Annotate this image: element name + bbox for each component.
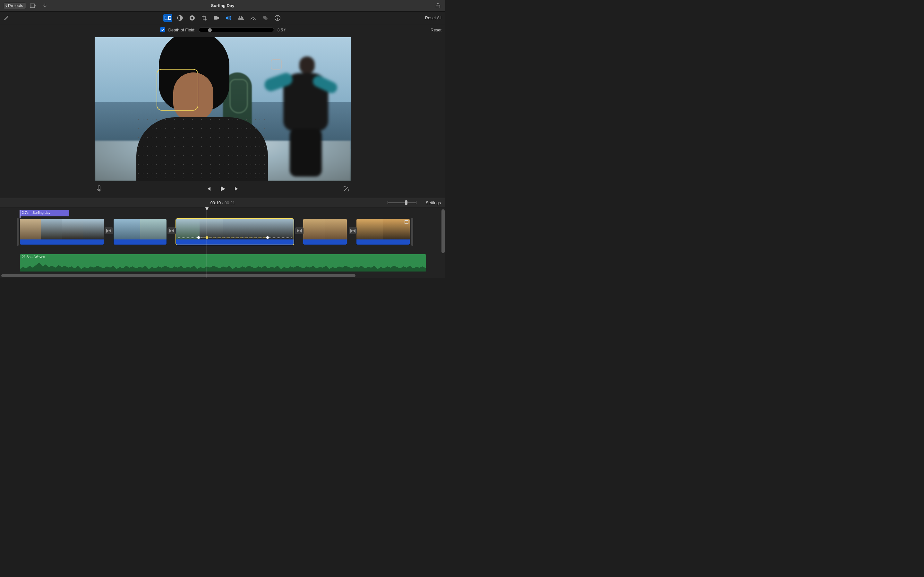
svg-point-8 (192, 16, 192, 16)
scrollbar-thumb[interactable] (1, 274, 355, 277)
timeline-settings-button[interactable]: Settings (426, 200, 441, 205)
color-correction-tool-button[interactable] (188, 14, 197, 22)
projects-label: Projects (8, 3, 23, 8)
zoom-knob[interactable] (405, 200, 407, 205)
video-clip-4[interactable] (303, 219, 347, 245)
svg-point-14 (264, 17, 268, 20)
back-to-projects-button[interactable]: Projects (3, 2, 26, 9)
noise-reduction-tool-button[interactable] (236, 14, 246, 22)
crop-tool-button[interactable] (200, 14, 209, 22)
keyframe[interactable] (266, 236, 269, 239)
enhance-wand-button[interactable] (3, 14, 10, 22)
svg-point-7 (191, 17, 193, 19)
video-clip-1[interactable] (20, 219, 104, 245)
horizontal-scrollbar[interactable] (1, 274, 444, 277)
speed-tool-button[interactable] (249, 14, 258, 22)
total-time: 00:21 (225, 200, 235, 205)
secondary-focus-box[interactable] (271, 59, 282, 69)
keyframe-active[interactable] (206, 236, 208, 239)
voiceover-button[interactable] (97, 185, 102, 193)
video-clip-3-selected[interactable] (176, 219, 294, 245)
transition-icon[interactable] (168, 227, 176, 234)
svg-point-4 (169, 17, 171, 19)
playhead[interactable] (207, 207, 207, 278)
timeline-start-bracket[interactable] (17, 218, 19, 246)
cinematic-tool-button[interactable] (163, 14, 172, 22)
scrollbar-thumb[interactable] (441, 210, 445, 253)
slider-knob[interactable] (208, 28, 212, 32)
play-button[interactable] (219, 185, 226, 193)
transition-icon[interactable] (105, 227, 113, 234)
title-clip[interactable]: 2.7s – Surfing day (20, 210, 69, 216)
vertical-scrollbar[interactable] (441, 210, 445, 272)
f-stop-value: 3.5 f (277, 27, 285, 32)
keyframe[interactable] (197, 236, 200, 239)
color-balance-tool-button[interactable] (176, 14, 184, 22)
primary-focus-box[interactable] (157, 69, 198, 111)
check-icon (161, 28, 165, 32)
video-clip-5[interactable] (357, 219, 410, 245)
stabilization-tool-button[interactable] (212, 14, 221, 22)
timeline-zoom-slider[interactable] (388, 202, 417, 203)
svg-point-11 (190, 18, 191, 18)
info-tool-button[interactable] (273, 14, 282, 22)
depth-of-field-checkbox[interactable] (160, 27, 165, 32)
svg-rect-3 (165, 16, 168, 19)
svg-point-9 (194, 18, 194, 18)
transition-icon[interactable] (295, 227, 304, 234)
waveform (20, 259, 426, 271)
svg-rect-18 (98, 185, 100, 189)
timeline-end-bracket[interactable] (411, 218, 413, 246)
audio-clip[interactable]: 21.3s – Waves (20, 254, 426, 271)
download-button[interactable] (41, 2, 49, 10)
svg-point-16 (277, 16, 278, 17)
current-time: 00:10 (210, 200, 221, 205)
fullscreen-button[interactable] (344, 186, 349, 193)
svg-rect-12 (214, 16, 218, 19)
media-import-button[interactable] (29, 2, 37, 10)
previous-frame-button[interactable] (206, 186, 212, 193)
video-preview[interactable] (95, 37, 351, 181)
reset-button[interactable]: Reset (431, 27, 441, 32)
svg-point-10 (192, 19, 192, 20)
transition-icon[interactable] (349, 227, 357, 234)
clip-end-marker (405, 220, 409, 224)
next-frame-button[interactable] (234, 186, 240, 193)
video-clip-2[interactable] (113, 219, 166, 245)
share-button[interactable] (434, 2, 442, 10)
project-title: Surfing Day (211, 3, 234, 8)
reset-all-button[interactable]: Reset All (425, 15, 441, 20)
timeline[interactable]: 2.7s – Surfing day (0, 207, 445, 278)
svg-rect-17 (277, 18, 278, 19)
volume-tool-button[interactable] (224, 14, 233, 22)
depth-of-field-slider[interactable] (199, 27, 274, 32)
clip-filter-tool-button[interactable] (261, 14, 270, 22)
keyframe-track[interactable] (178, 237, 292, 239)
depth-of-field-label: Depth of Field: (168, 27, 196, 32)
audio-clip-label: 21.3s – Waves (22, 255, 45, 259)
chevron-left-icon (5, 4, 8, 7)
